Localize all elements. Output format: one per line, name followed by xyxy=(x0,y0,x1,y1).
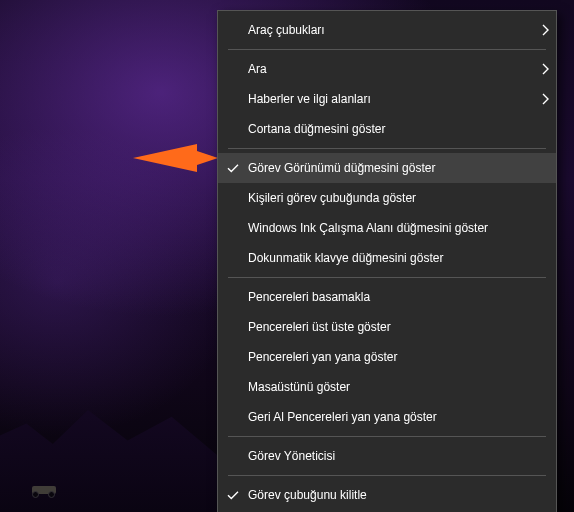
menu-item-label: Görev Yöneticisi xyxy=(248,449,556,463)
wallpaper-car xyxy=(28,480,62,498)
menu-item-label: Görev çubuğunu kilitle xyxy=(248,488,556,502)
menu-item-pencereleri-st-ste-g-ster[interactable]: Pencereleri üst üste göster xyxy=(218,312,556,342)
menu-item-ara[interactable]: Ara xyxy=(218,54,556,84)
menu-item-label: Geri Al Pencereleri yan yana göster xyxy=(248,410,556,424)
menu-item-g-rev-y-neticisi[interactable]: Görev Yöneticisi xyxy=(218,441,556,471)
menu-item-geri-al-pencereleri-yan-yana-g-ster[interactable]: Geri Al Pencereleri yan yana göster xyxy=(218,402,556,432)
menu-item-cortana-d-mesini-g-ster[interactable]: Cortana düğmesini göster xyxy=(218,114,556,144)
menu-item-label: Haberler ve ilgi alanları xyxy=(248,92,534,106)
menu-item-label: Masaüstünü göster xyxy=(248,380,556,394)
chevron-right-icon xyxy=(534,24,556,36)
menu-separator xyxy=(228,277,546,278)
menu-item-ki-ileri-g-rev-ubu-unda-g-ster[interactable]: Kişileri görev çubuğunda göster xyxy=(218,183,556,213)
menu-item-g-rev-g-r-n-m-d-mesini-g-ster[interactable]: Görev Görünümü düğmesini göster xyxy=(218,153,556,183)
taskbar-context-menu: Araç çubuklarıAraHaberler ve ilgi alanla… xyxy=(217,10,557,512)
checkmark-icon xyxy=(218,161,248,175)
menu-item-label: Pencereleri üst üste göster xyxy=(248,320,556,334)
menu-separator xyxy=(228,436,546,437)
menu-item-ara-ubuklar[interactable]: Araç çubukları xyxy=(218,15,556,45)
menu-item-pencereleri-basamakla[interactable]: Pencereleri basamakla xyxy=(218,282,556,312)
chevron-right-icon xyxy=(534,93,556,105)
menu-item-dokunmatik-klavye-d-mesini-g-ster[interactable]: Dokunmatik klavye düğmesini göster xyxy=(218,243,556,273)
menu-item-pencereleri-yan-yana-g-ster[interactable]: Pencereleri yan yana göster xyxy=(218,342,556,372)
menu-item-g-rev-ubu-unu-kilitle[interactable]: Görev çubuğunu kilitle xyxy=(218,480,556,510)
menu-separator xyxy=(228,475,546,476)
menu-item-label: Cortana düğmesini göster xyxy=(248,122,556,136)
menu-item-label: Pencereleri yan yana göster xyxy=(248,350,556,364)
menu-item-label: Görev Görünümü düğmesini göster xyxy=(248,161,556,175)
menu-item-label: Pencereleri basamakla xyxy=(248,290,556,304)
menu-item-masa-st-n-g-ster[interactable]: Masaüstünü göster xyxy=(218,372,556,402)
menu-item-label: Windows Ink Çalışma Alanı düğmesini göst… xyxy=(248,221,556,235)
chevron-right-icon xyxy=(534,63,556,75)
menu-separator xyxy=(228,49,546,50)
menu-item-windows-ink-al-ma-alan-d-mesini-g-ster[interactable]: Windows Ink Çalışma Alanı düğmesini göst… xyxy=(218,213,556,243)
menu-item-label: Araç çubukları xyxy=(248,23,534,37)
menu-separator xyxy=(228,148,546,149)
menu-item-haberler-ve-ilgi-alanlar[interactable]: Haberler ve ilgi alanları xyxy=(218,84,556,114)
menu-item-label: Ara xyxy=(248,62,534,76)
menu-item-label: Kişileri görev çubuğunda göster xyxy=(248,191,556,205)
checkmark-icon xyxy=(218,488,248,502)
menu-item-label: Dokunmatik klavye düğmesini göster xyxy=(248,251,556,265)
